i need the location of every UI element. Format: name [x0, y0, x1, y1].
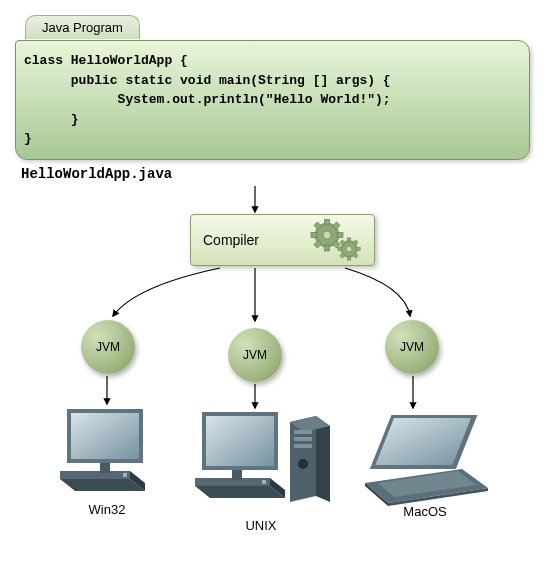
svg-rect-18 [347, 256, 351, 260]
svg-rect-42 [262, 480, 266, 484]
jvm-label: JVM [96, 340, 120, 354]
computer-icon-unix [190, 404, 340, 504]
jvm-node-macos: JVM [385, 320, 439, 374]
platform-label-unix: UNIX [211, 518, 311, 533]
svg-rect-9 [311, 232, 317, 237]
svg-rect-43 [232, 470, 242, 480]
svg-rect-20 [356, 247, 360, 251]
svg-point-16 [346, 246, 352, 252]
svg-point-6 [323, 231, 331, 239]
svg-rect-35 [294, 430, 312, 434]
computer-icon-win32 [45, 401, 165, 501]
jvm-label: JVM [243, 348, 267, 362]
filename-label: HelloWorldApp.java [21, 166, 530, 182]
jvm-node-win32: JVM [81, 320, 135, 374]
jvm-node-unix: JVM [228, 328, 282, 382]
computer-icon-macos [360, 411, 490, 511]
gears-icon [309, 219, 364, 266]
svg-marker-45 [206, 416, 274, 466]
svg-rect-28 [123, 473, 127, 477]
compiler-label: Compiler [203, 232, 259, 248]
source-code: class HelloWorldApp { public static void… [15, 40, 530, 160]
svg-marker-39 [195, 486, 285, 498]
panel-tab: Java Program [25, 15, 140, 39]
compilation-diagram: Compiler [15, 186, 530, 546]
svg-marker-33 [316, 416, 330, 502]
platform-label-macos: MacOS [375, 504, 475, 519]
svg-rect-36 [294, 437, 312, 441]
svg-rect-8 [325, 245, 330, 251]
svg-rect-7 [325, 219, 330, 225]
jvm-label: JVM [400, 340, 424, 354]
svg-rect-10 [337, 232, 343, 237]
svg-marker-26 [60, 471, 130, 479]
svg-rect-29 [100, 463, 110, 473]
svg-marker-31 [71, 413, 139, 459]
svg-rect-17 [347, 237, 351, 241]
svg-rect-19 [338, 247, 342, 251]
compiler-box: Compiler [190, 214, 375, 266]
svg-point-38 [298, 459, 308, 469]
platform-label-win32: Win32 [57, 502, 157, 517]
svg-rect-37 [294, 444, 312, 448]
java-program-panel: Java Program class HelloWorldApp { publi… [15, 40, 530, 160]
